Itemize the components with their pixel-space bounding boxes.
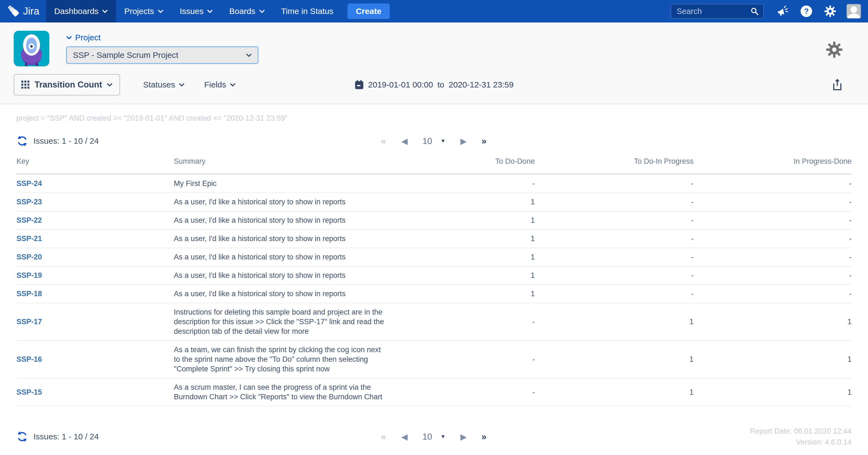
- project-label: Project: [75, 33, 101, 42]
- nav-item-label: Time in Status: [281, 7, 334, 16]
- page-size-value: 10: [422, 136, 432, 146]
- top-navbar: Jira Dashboards Projects Issues Boards T…: [0, 0, 868, 23]
- search-icon[interactable]: [750, 7, 759, 16]
- issue-summary: As a user, I'd like a historical story t…: [174, 230, 396, 248]
- issue-key-link[interactable]: SSP-18: [17, 285, 174, 303]
- chevron-down-icon: [179, 83, 184, 87]
- page-size-select[interactable]: 10 ▼: [422, 432, 445, 442]
- column-header-todo-done[interactable]: To Do-Done: [396, 157, 535, 174]
- megaphone-icon[interactable]: [776, 5, 788, 17]
- first-page-icon[interactable]: «: [381, 136, 386, 146]
- prev-page-icon[interactable]: ◀: [401, 432, 408, 442]
- chevron-down-icon: [66, 36, 72, 39]
- date-from: 2019-01-01 00:00: [368, 80, 433, 89]
- page-size-value: 10: [422, 432, 432, 442]
- value-inprogress-done: -: [694, 193, 851, 211]
- report-version: Version: 4.6.0.14: [487, 437, 851, 448]
- user-avatar[interactable]: [847, 4, 861, 18]
- chevron-down-icon: [246, 54, 252, 57]
- issue-key-link[interactable]: SSP-21: [17, 230, 174, 248]
- refresh-icon[interactable]: [17, 135, 28, 147]
- project-block: Project SSP - Sample Scrum Project: [66, 31, 258, 66]
- issue-key-link[interactable]: SSP-17: [17, 303, 174, 341]
- date-to-word: to: [437, 80, 444, 89]
- issue-key-link[interactable]: SSP-16: [17, 341, 174, 378]
- value-todo-inprogress: -: [535, 285, 693, 303]
- table-row: SSP-24 My First Epic - - -: [17, 174, 851, 193]
- value-todo-inprogress: -: [535, 211, 693, 230]
- next-page-icon[interactable]: ▶: [460, 432, 467, 442]
- jira-logo[interactable]: Jira: [8, 5, 39, 17]
- issue-key-link[interactable]: SSP-24: [17, 174, 174, 193]
- value-todo-inprogress: 1: [535, 341, 693, 378]
- value-todo-done: -: [396, 378, 535, 406]
- fields-label: Fields: [204, 80, 226, 89]
- grid-icon: [21, 81, 30, 89]
- prev-page-icon[interactable]: ◀: [401, 136, 408, 146]
- value-todo-inprogress: -: [535, 266, 693, 285]
- issues-count-bottom: Issues: 1 - 10 / 24: [17, 431, 381, 443]
- report-type-label: Transition Count: [34, 80, 102, 90]
- search-input[interactable]: [677, 7, 750, 16]
- issue-key-link[interactable]: SSP-15: [17, 378, 174, 406]
- nav-item-projects[interactable]: Projects: [116, 0, 171, 23]
- jql-query-text: project = "SSP" AND created >= "2019-01-…: [17, 104, 851, 122]
- export-button[interactable]: [832, 78, 843, 92]
- chevron-down-icon: [158, 9, 163, 13]
- value-inprogress-done: -: [694, 211, 851, 230]
- export-icon: [832, 78, 843, 91]
- last-page-icon[interactable]: »: [482, 136, 487, 146]
- issue-summary: As a team, we can finish the sprint by c…: [174, 341, 396, 378]
- table-row: SSP-23 As a user, I'd like a historical …: [17, 193, 851, 211]
- help-icon[interactable]: ?: [801, 5, 812, 17]
- search-box[interactable]: [671, 4, 764, 19]
- column-header-key[interactable]: Key: [17, 157, 174, 174]
- issue-summary: As a user, I'd like a historical story t…: [174, 211, 396, 230]
- list-toolbar-bottom: Issues: 1 - 10 / 24 « ◀ 10 ▼ ▶ » Report …: [17, 426, 851, 448]
- column-header-todo-inprogress[interactable]: To Do-In Progress: [535, 157, 693, 174]
- value-inprogress-done: 1: [694, 303, 851, 341]
- issue-summary: Instructions for deleting this sample bo…: [174, 303, 396, 341]
- gear-icon[interactable]: [824, 5, 836, 17]
- issue-key-link[interactable]: SSP-19: [17, 266, 174, 285]
- issue-key-link[interactable]: SSP-22: [17, 211, 174, 230]
- pagination-top: « ◀ 10 ▼ ▶ »: [381, 136, 487, 146]
- transition-count-table: Key Summary To Do-Done To Do-In Progress…: [17, 157, 851, 406]
- project-section-toggle[interactable]: Project: [66, 33, 258, 42]
- date-range-picker[interactable]: 2019-01-01 00:00 to 2020-12-31 23:59: [354, 80, 514, 90]
- report-content: project = "SSP" AND created >= "2019-01-…: [0, 104, 868, 448]
- pagination-bottom: « ◀ 10 ▼ ▶ »: [381, 431, 487, 442]
- jira-mark-icon: [8, 5, 20, 17]
- statuses-label: Statuses: [143, 80, 175, 89]
- nav-item-boards[interactable]: Boards: [221, 0, 273, 23]
- nav-item-dashboards[interactable]: Dashboards: [46, 0, 116, 23]
- settings-gear-icon[interactable]: [826, 41, 843, 58]
- value-inprogress-done: 1: [694, 378, 851, 406]
- column-header-inprogress-done[interactable]: In Progress-Done: [694, 157, 851, 174]
- table-row: SSP-16 As a team, we can finish the spri…: [17, 341, 851, 378]
- report-type-dropdown[interactable]: Transition Count: [14, 74, 120, 95]
- report-info: Report Date: 06.01.2020 12:44 Version: 4…: [487, 426, 851, 448]
- page-size-select[interactable]: 10 ▼: [422, 136, 445, 146]
- chevron-down-icon: [102, 9, 108, 13]
- project-select[interactable]: SSP - Sample Scrum Project: [66, 47, 258, 64]
- project-row: Project SSP - Sample Scrum Project: [14, 31, 854, 66]
- fields-dropdown[interactable]: Fields: [204, 80, 236, 89]
- next-page-icon[interactable]: ▶: [460, 136, 467, 146]
- list-toolbar-top: Issues: 1 - 10 / 24 « ◀ 10 ▼ ▶ »: [17, 135, 851, 147]
- nav-item-time-in-status[interactable]: Time in Status: [273, 0, 342, 23]
- nav-item-label: Boards: [229, 7, 255, 16]
- first-page-icon[interactable]: «: [381, 431, 386, 442]
- issue-key-link[interactable]: SSP-20: [17, 248, 174, 266]
- nav-item-issues[interactable]: Issues: [172, 0, 221, 23]
- value-todo-done: -: [396, 303, 535, 341]
- statuses-dropdown[interactable]: Statuses: [143, 80, 184, 89]
- issue-key-link[interactable]: SSP-23: [17, 193, 174, 211]
- column-header-summary[interactable]: Summary: [174, 157, 396, 174]
- page-size-caret-icon: ▼: [440, 138, 446, 144]
- refresh-icon[interactable]: [17, 431, 28, 443]
- create-button[interactable]: Create: [347, 4, 390, 19]
- toolbar-row: Transition Count Statuses Fields 2019-01…: [14, 74, 854, 95]
- value-inprogress-done: -: [694, 174, 851, 193]
- last-page-icon[interactable]: »: [482, 431, 487, 442]
